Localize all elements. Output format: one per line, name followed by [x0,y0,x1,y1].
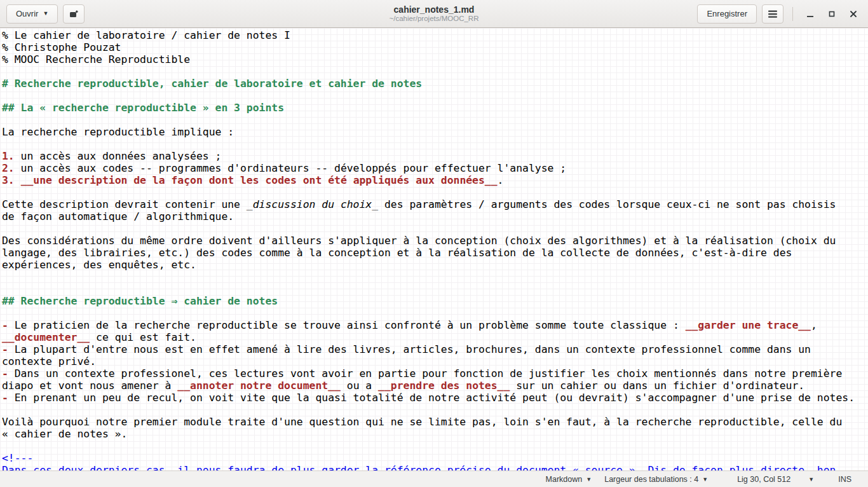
editor-line[interactable] [2,65,868,78]
editor-line[interactable]: - Le praticien de la recherche reproduct… [2,319,868,331]
close-button[interactable] [845,6,862,22]
save-button-label: Enregistrer [707,9,747,18]
editor-line[interactable]: Dans ces deux derniers cas, il nous faud… [2,464,868,470]
editor-line[interactable]: 3. __une description de la façon dont le… [2,174,868,186]
editor-line[interactable]: Cette description devrait contenir une _… [2,198,868,210]
cursor-position[interactable]: Lig 30, Col 512 [737,475,790,484]
editor-line[interactable]: ## Recherche reproductible ⇒ cahier de n… [2,295,868,307]
maximize-icon [827,10,836,18]
header-right-group: Enregistrer [697,4,862,24]
editor-line[interactable] [2,307,868,319]
header-separator [792,7,793,21]
app-window: Ouvrir ▼ cahier_notes_1.md ~/cahier/proj… [0,0,868,487]
minimize-button[interactable] [802,6,818,22]
editor-line[interactable]: % Le cahier de laboratoire / cahier de n… [2,29,868,41]
document-title: cahier_notes_1.md [390,4,479,15]
editor-line[interactable]: ## La « recherche reproductible » en 3 p… [2,102,868,114]
editor-line[interactable]: 2. un accès aux codes -- programmes d'or… [2,162,868,174]
editor-line[interactable]: # Recherche reproductible, cahier de lab… [2,78,868,90]
chevron-down-icon: ▼ [586,476,592,483]
insert-mode-label: INS [838,475,851,484]
window-title-area: cahier_notes_1.md ~/cahier/projets/MOOC_… [390,4,479,23]
chevron-down-icon: ▼ [702,476,708,483]
status-bar: Markdown ▼ Largeur des tabulations : 4 ▼… [0,470,868,487]
new-document-button[interactable] [63,4,85,24]
editor-line[interactable] [2,90,868,102]
editor-line[interactable]: 1. un accès aux données analysées ; [2,150,868,162]
save-button[interactable]: Enregistrer [697,4,757,24]
editor-line[interactable]: langage, des librairies, etc.) des codes… [2,247,868,259]
editor-line[interactable] [2,223,868,235]
tab-width-label: Largeur des tabulations : 4 [604,475,698,484]
editor-line[interactable]: <!--- [2,452,868,464]
insert-mode-indicator: INS [838,475,851,484]
menu-button[interactable] [762,4,783,24]
minimize-icon [806,10,815,18]
editor-line[interactable]: expériences, des enquêtes, etc. [2,259,868,271]
editor-line[interactable]: contexte privé. [2,355,868,367]
goto-line-dropdown[interactable]: ▼ [808,476,814,483]
editor-line[interactable] [2,440,868,452]
editor-line[interactable]: de façon automatique / algorithmique. [2,210,868,223]
editor-line[interactable] [2,404,868,416]
hamburger-icon [768,10,778,18]
editor-line[interactable] [2,186,868,198]
editor-line[interactable]: « cahier de notes ». [2,428,868,440]
editor-line[interactable]: La recherche reproductible implique : [2,126,868,138]
editor-line[interactable]: Voilà pourquoi notre premier module trai… [2,416,868,428]
editor-line[interactable]: - La plupart d'entre nous est en effet a… [2,343,868,355]
open-button[interactable]: Ouvrir ▼ [6,4,58,24]
editor-area[interactable]: % Le cahier de laboratoire / cahier de n… [0,28,868,470]
open-button-label: Ouvrir [16,9,38,18]
new-document-icon [69,9,79,19]
tab-width-selector[interactable]: Largeur des tabulations : 4 ▼ [604,475,708,484]
editor-line[interactable]: Des considérations du même ordre doivent… [2,235,868,247]
editor-line[interactable] [2,138,868,150]
close-icon [849,10,858,18]
editor-line[interactable] [2,114,868,126]
document-path: ~/cahier/projets/MOOC_RR [390,15,479,23]
chevron-down-icon: ▼ [43,11,48,17]
editor-line[interactable]: diapo et vont nous amener à __annoter no… [2,380,868,392]
editor-line[interactable]: __documenter__ ce qui est fait. [2,331,868,343]
editor-line[interactable]: % Christophe Pouzat [2,41,868,53]
language-selector[interactable]: Markdown ▼ [546,475,592,484]
editor-line[interactable]: - Dans un contexte professionel, ces lec… [2,367,868,380]
maximize-button[interactable] [824,6,840,22]
editor-line[interactable]: - En prenant un peu de recul, on voit vi… [2,392,868,404]
cursor-position-label: Lig 30, Col 512 [737,475,790,484]
editor-line[interactable] [2,283,868,295]
editor-line[interactable]: % MOOC Recherche Reproductible [2,53,868,65]
editor-line[interactable] [2,271,868,283]
language-label: Markdown [546,475,583,484]
header-bar: Ouvrir ▼ cahier_notes_1.md ~/cahier/proj… [0,0,868,28]
chevron-down-icon: ▼ [808,476,814,483]
